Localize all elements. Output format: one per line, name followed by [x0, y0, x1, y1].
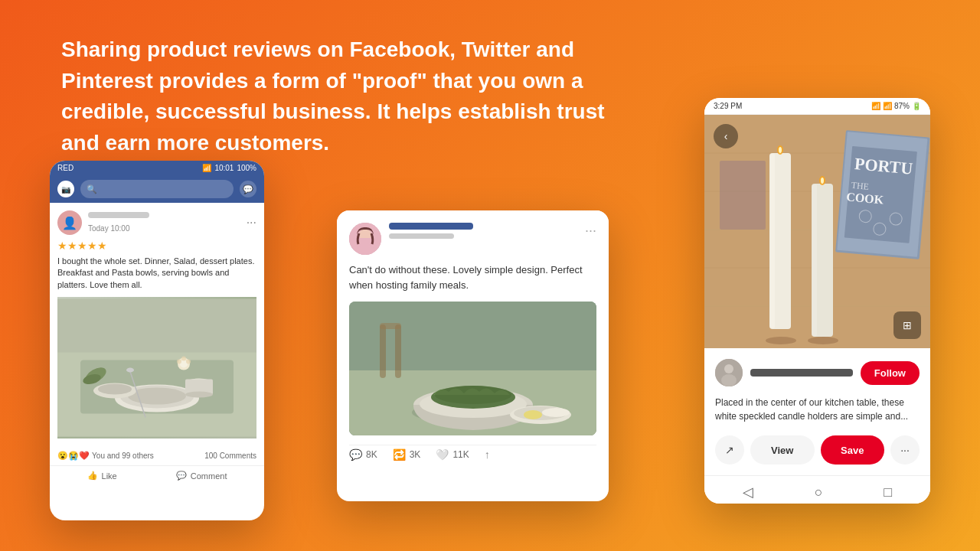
pin-view-button[interactable]: View [750, 435, 815, 465]
pin-time: 3:29 PM [714, 102, 742, 110]
pin-status-bar: 3:29 PM 📶 📶 87% 🔋 [704, 98, 930, 115]
pin-back-button[interactable]: ‹ [714, 124, 738, 148]
fb-like-label: Like [102, 471, 117, 481]
tw-stats: 💬 8K 🔁 3K 🤍 11K ↑ [349, 445, 596, 461]
fb-battery: 100% [237, 164, 256, 172]
fb-time: 10:01 [214, 164, 234, 172]
fb-messenger-icon[interactable]: 💬 [240, 181, 256, 197]
tw-share-icon: ↑ [485, 448, 490, 461]
fb-search-icon: 🔍 [87, 184, 97, 194]
pin-nav-recent-icon[interactable]: □ [884, 484, 892, 500]
tw-comment-stat[interactable]: 💬 8K [349, 448, 377, 461]
pin-more-button[interactable]: ··· [890, 435, 920, 465]
pin-status-right: 📶 📶 87% 🔋 [871, 102, 921, 110]
svg-rect-45 [770, 154, 775, 328]
svg-rect-35 [380, 323, 401, 329]
fb-like-icon: 👍 [87, 471, 98, 481]
fb-comment-button[interactable]: 💬 Comment [176, 471, 227, 481]
tw-comment-count: 8K [366, 449, 377, 460]
svg-rect-61 [720, 161, 766, 230]
pin-battery-text: 87% [894, 102, 910, 110]
pin-save-button[interactable]: Save [821, 435, 885, 465]
svg-point-64 [721, 374, 737, 386]
pin-signal-icon: 📶 [883, 102, 892, 110]
fb-header: 📷 🔍 💬 [50, 175, 264, 203]
svg-point-10 [185, 392, 213, 398]
tw-like-stat[interactable]: 🤍 11K [436, 448, 469, 461]
tw-comment-icon: 💬 [349, 448, 362, 461]
svg-point-17 [126, 368, 134, 373]
fb-username-bar [88, 212, 149, 218]
svg-point-43 [808, 337, 838, 344]
svg-point-63 [724, 364, 733, 373]
pin-user-row: Follow [715, 359, 920, 386]
svg-rect-34 [395, 324, 401, 378]
tw-post-image [349, 302, 596, 435]
svg-point-15 [177, 360, 181, 364]
twitter-card: ··· Can't do without these. Lovely simpl… [337, 210, 609, 501]
fb-more-icon[interactable]: ··· [247, 216, 256, 230]
pin-share-button[interactable]: ↗ [715, 435, 744, 465]
tw-handle-bar [389, 233, 454, 239]
tw-more-icon[interactable]: ··· [585, 223, 596, 239]
pin-username-bar [750, 369, 853, 377]
svg-point-31 [542, 408, 570, 417]
svg-rect-33 [380, 324, 386, 378]
tw-name-bar [389, 223, 473, 230]
fb-camera-icon[interactable]: 📷 [57, 181, 74, 197]
main-heading: Sharing product reviews on Facebook, Twi… [61, 34, 635, 158]
tw-avatar [349, 223, 381, 255]
fb-post-time: Today 10:00 [88, 224, 130, 233]
tw-like-icon: 🤍 [436, 448, 449, 461]
svg-point-32 [524, 410, 542, 419]
pin-view-label: View [771, 445, 793, 456]
fb-star-rating: ★★★★★ [57, 240, 256, 252]
fb-post: 👤 Today 10:00 ··· ★★★★★ I bought the who… [50, 203, 264, 446]
tw-post: ··· Can't do without these. Lovely simpl… [337, 210, 609, 473]
fb-actions: 👍 Like 💬 Comment [50, 466, 264, 485]
tw-share-stat[interactable]: ↑ [485, 448, 490, 461]
tw-like-count: 11K [452, 449, 469, 460]
pin-save-label: Save [841, 445, 864, 456]
facebook-phone: RED 📶 10:01 100% 📷 🔍 💬 👤 Today 10:00 ···… [50, 161, 264, 520]
svg-point-42 [766, 337, 796, 344]
pin-share-icon: ↗ [725, 444, 734, 456]
pin-battery-icon: 🔋 [912, 102, 921, 110]
pin-description: Placed in the center of our kitchen tabl… [715, 396, 920, 423]
svg-rect-49 [812, 184, 817, 336]
fb-reaction-count: You and 99 others [92, 452, 154, 460]
pin-actions: ↗ View Save ··· [715, 435, 920, 465]
svg-point-7 [98, 384, 132, 395]
svg-point-13 [181, 357, 186, 361]
svg-point-51 [821, 178, 824, 184]
fb-comment-icon: 💬 [176, 471, 187, 481]
tw-retweet-count: 3K [410, 449, 421, 460]
pin-follow-button[interactable]: Follow [861, 361, 920, 385]
pin-scan-button[interactable]: ⊞ [893, 311, 921, 339]
svg-point-47 [779, 147, 782, 153]
tw-post-header: ··· [349, 223, 596, 255]
fb-post-image [57, 297, 256, 439]
fb-review-text: I bought the whole set. Dinner, Salad, d… [57, 256, 256, 291]
pin-nav-back-icon[interactable]: ◁ [743, 484, 753, 500]
fb-avatar: 👤 [57, 210, 82, 235]
svg-point-28 [435, 386, 511, 404]
fb-comment-count: 100 Comments [204, 452, 256, 460]
pin-nav-bar: ◁ ○ □ [704, 475, 930, 504]
pin-wifi-icon: 📶 [871, 102, 880, 110]
tw-retweet-stat[interactable]: 🔁 3K [393, 448, 421, 461]
pin-nav-home-icon[interactable]: ○ [815, 484, 823, 500]
pinterest-phone: 3:29 PM 📶 📶 87% 🔋 [704, 98, 930, 504]
fb-wifi-icon: 📶 [202, 164, 211, 172]
pin-image-area: PORTU THE COOK ‹ ⊞ [704, 115, 930, 348]
fb-post-header: 👤 Today 10:00 ··· [57, 210, 256, 235]
fb-comment-label: Comment [191, 471, 227, 481]
tw-retweet-icon: 🔁 [393, 448, 406, 461]
fb-status-bar: RED 📶 10:01 100% [50, 161, 264, 175]
svg-point-14 [186, 360, 191, 364]
fb-like-button[interactable]: 👍 Like [87, 471, 117, 481]
fb-search-bar[interactable]: 🔍 [80, 180, 234, 198]
pin-bottom: Follow Placed in the center of our kitch… [704, 348, 930, 475]
tw-user-meta [389, 223, 577, 239]
fb-reactions: 😮😭❤️ You and 99 others 100 Comments [50, 446, 264, 466]
